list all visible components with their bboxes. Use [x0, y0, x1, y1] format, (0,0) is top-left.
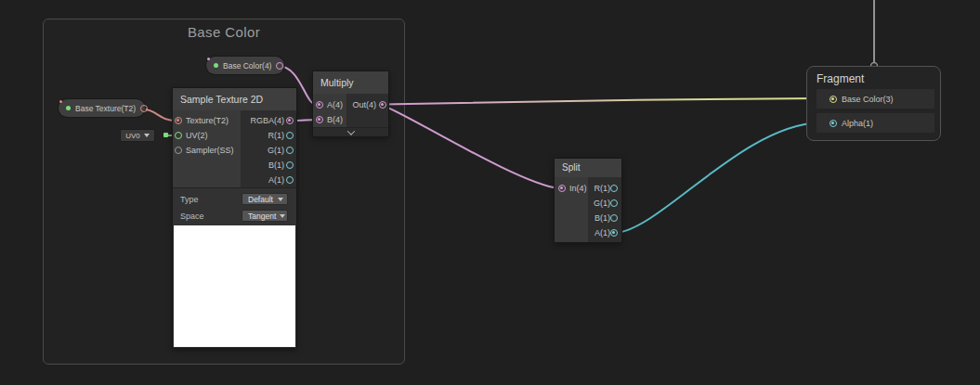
base-color-property-output-port[interactable]: [276, 62, 283, 70]
port-label: UV(2): [186, 131, 208, 140]
chevron-down-icon: [278, 198, 283, 201]
node-title[interactable]: Sample Texture 2D: [173, 88, 296, 111]
sampler-input-port[interactable]: [175, 147, 182, 154]
out-output-port[interactable]: [379, 101, 386, 109]
wire-multiply-out-to-split-in[interactable]: [383, 106, 559, 188]
property-label: Base Color(4): [223, 61, 271, 71]
b-output-port[interactable]: [286, 161, 294, 169]
uv-channel-value: UV0: [125, 132, 140, 140]
b-input-port[interactable]: [316, 116, 323, 123]
port-label: R(1): [595, 184, 611, 193]
node-preview: [174, 225, 295, 347]
port-label: A(4): [327, 100, 343, 109]
node-title[interactable]: Split: [555, 159, 621, 178]
port-label: G(1): [268, 146, 284, 155]
port-label: Base Color(3): [842, 95, 894, 104]
node-title: Fragment: [817, 72, 864, 85]
wire-multiply-out-to-fragment-basecolor[interactable]: [383, 98, 820, 105]
output-column: [346, 94, 388, 127]
node-split[interactable]: Split In(4) R(1) G(1) B(1) A(1): [555, 159, 621, 242]
port-label: RGBA(4): [250, 116, 284, 125]
r-output-port[interactable]: [286, 132, 294, 139]
property-label: Base Texture(T2): [75, 104, 136, 113]
node-title[interactable]: Multiply: [313, 71, 388, 95]
port-label: A(1): [595, 228, 610, 237]
node-controls: Type Default Space Tangent: [173, 187, 296, 225]
g-output-port[interactable]: [286, 147, 294, 154]
node-fragment-context[interactable]: Fragment Base Color(3) Alpha(1): [806, 66, 941, 141]
node-multiply[interactable]: Multiply A(4) B(4) Out(4): [313, 71, 388, 136]
g-output-port[interactable]: [610, 199, 618, 207]
type-dropdown[interactable]: Default: [242, 193, 288, 205]
port-label: R(1): [268, 131, 285, 140]
port-label: A(1): [268, 175, 284, 185]
fragment-basecolor-row[interactable]: Base Color(3): [817, 89, 934, 109]
exposed-property-dot-icon: [66, 106, 71, 110]
type-label: Type: [180, 195, 199, 204]
node-sample-texture-2d[interactable]: Sample Texture 2D Texture(T2) UV(2) Samp…: [173, 88, 296, 348]
space-value: Tangent: [248, 212, 276, 221]
chevron-down-icon: [144, 134, 150, 137]
property-pill-base-color[interactable]: Base Color(4): [206, 57, 284, 74]
a-output-port[interactable]: [610, 229, 618, 237]
port-label: G(1): [594, 199, 610, 208]
port-label: B(1): [268, 160, 284, 170]
port-label: Alpha(1): [842, 119, 873, 128]
space-dropdown[interactable]: Tangent: [242, 210, 288, 222]
base-texture-property-output-port[interactable]: [140, 105, 148, 112]
port-label: Out(4): [352, 100, 376, 109]
port-label: B(1): [595, 213, 610, 223]
exposed-property-dot-icon: [214, 63, 218, 68]
port-label: Sampler(SS): [186, 146, 234, 155]
base-color-input-port[interactable]: [830, 96, 837, 103]
shader-graph-canvas[interactable]: Base Color Base Color(4) Base Texture(T2…: [0, 0, 980, 385]
r-output-port[interactable]: [610, 185, 618, 192]
port-label: Texture(T2): [186, 116, 229, 125]
fragment-alpha-row[interactable]: Alpha(1): [817, 113, 934, 133]
uv-input-port[interactable]: [175, 132, 182, 139]
a-input-port[interactable]: [316, 101, 323, 109]
edge-layer: [0, 0, 980, 385]
port-label: In(4): [569, 184, 587, 193]
rgba-output-port[interactable]: [286, 117, 294, 124]
b-output-port[interactable]: [610, 214, 618, 222]
alpha-input-port[interactable]: [830, 120, 837, 127]
uv-default-connector-icon: [163, 133, 168, 137]
a-output-port[interactable]: [286, 176, 294, 184]
uv-channel-dropdown[interactable]: UV0: [120, 129, 155, 142]
chevron-down-icon: [280, 214, 285, 218]
space-label: Space: [180, 212, 204, 221]
in-input-port[interactable]: [558, 185, 566, 192]
property-pill-base-texture[interactable]: Base Texture(T2): [59, 99, 145, 117]
type-value: Default: [248, 195, 273, 204]
texture-input-port[interactable]: [175, 117, 182, 124]
wire-split-a-to-fragment-alpha[interactable]: [616, 122, 820, 233]
port-label: B(4): [327, 115, 343, 124]
collapse-strip[interactable]: [313, 127, 388, 136]
chevron-down-icon: [346, 127, 354, 135]
